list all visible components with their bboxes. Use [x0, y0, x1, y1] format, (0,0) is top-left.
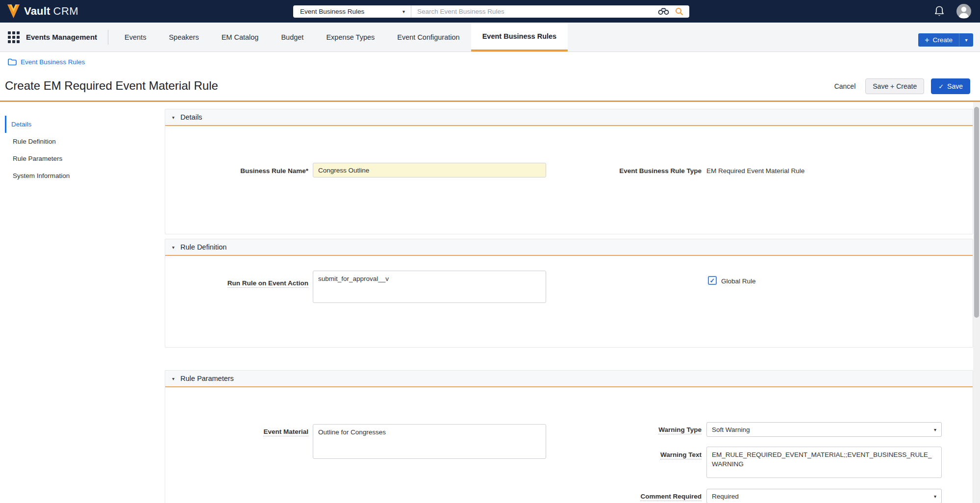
- section-rule-definition-header[interactable]: ▾ Rule Definition: [165, 239, 973, 256]
- scrollbar-thumb[interactable]: [974, 107, 979, 318]
- business-rule-name-input[interactable]: [313, 163, 546, 177]
- chevron-down-icon: ▾: [402, 9, 405, 14]
- brand-logo: Vault CRM: [7, 4, 78, 19]
- breadcrumb-link[interactable]: Event Business Rules: [21, 58, 85, 66]
- divider: [108, 30, 108, 45]
- create-button[interactable]: + Create: [918, 33, 959, 47]
- sidebar-item-system-information[interactable]: System Information: [5, 167, 147, 184]
- comment-required-value: Required: [712, 493, 739, 500]
- section-rule-parameters: ▾ Rule Parameters Event Material Outline…: [165, 370, 973, 503]
- business-rule-name-label: Business Rule Name*: [165, 167, 308, 175]
- search-icon[interactable]: [675, 7, 683, 16]
- run-rule-textarea[interactable]: submit_for_approval__v: [313, 271, 546, 303]
- brand-crm: CRM: [53, 5, 79, 18]
- check-icon: ✓: [710, 277, 715, 284]
- plus-icon: +: [925, 36, 929, 45]
- create-split-button: + Create ▾: [918, 33, 973, 47]
- search-scope-label: Event Business Rules: [300, 8, 364, 15]
- warning-text-textarea[interactable]: EM_RULE_REQUIRED_EVENT_MATERIAL;;EVENT_B…: [706, 447, 942, 478]
- sidebar-item-details[interactable]: Details: [5, 116, 147, 133]
- rule-type-label: Event Business Rule Type: [559, 167, 702, 175]
- rule-type-value: EM Required Event Material Rule: [706, 167, 804, 175]
- app-tabbar: Events Management Events Speakers EM Cat…: [0, 23, 980, 52]
- binoculars-icon[interactable]: [658, 8, 669, 15]
- vertical-scrollbar[interactable]: [973, 102, 980, 503]
- tab-budget[interactable]: Budget: [270, 23, 315, 51]
- create-dropdown-button[interactable]: ▾: [959, 33, 973, 47]
- comment-required-select[interactable]: Required ▾: [706, 489, 942, 503]
- main-content: Details Rule Definition Rule Parameters …: [0, 102, 980, 503]
- global-search: Event Business Rules ▾: [293, 5, 689, 18]
- folder-icon: [8, 58, 17, 66]
- chevron-down-icon: ▾: [934, 494, 936, 499]
- form-card: ▾ Details Business Rule Name* Event Busi…: [165, 109, 973, 503]
- tab-event-configuration[interactable]: Event Configuration: [386, 23, 471, 51]
- collapse-caret-icon: ▾: [172, 245, 175, 250]
- page-title: Create EM Required Event Material Rule: [5, 79, 218, 93]
- event-material-textarea[interactable]: Outline for Congresses: [313, 424, 546, 459]
- section-rule-parameters-header[interactable]: ▾ Rule Parameters: [165, 371, 973, 387]
- search-input[interactable]: [411, 8, 658, 15]
- app-name: Events Management: [26, 33, 97, 41]
- section-details-header[interactable]: ▾ Details: [165, 109, 973, 126]
- breadcrumb: Event Business Rules: [0, 52, 980, 72]
- global-rule-label: Global Rule: [721, 277, 756, 285]
- collapse-caret-icon: ▾: [172, 376, 175, 381]
- tab-events[interactable]: Events: [113, 23, 157, 51]
- check-icon: ✓: [938, 83, 944, 90]
- save-button[interactable]: ✓ Save: [931, 78, 970, 94]
- section-title: Rule Definition: [180, 243, 226, 251]
- brand-vault: Vault: [24, 5, 50, 18]
- notifications-bell-icon[interactable]: [934, 5, 945, 17]
- comment-required-label: Comment Required: [559, 493, 702, 500]
- run-rule-label: Run Rule on Event Action: [165, 279, 308, 287]
- tab-expense-types[interactable]: Expense Types: [315, 23, 386, 51]
- section-title: Details: [180, 113, 202, 121]
- search-scope-dropdown[interactable]: Event Business Rules ▾: [293, 5, 411, 18]
- tab-list: Events Speakers EM Catalog Budget Expens…: [113, 23, 568, 51]
- tab-event-business-rules[interactable]: Event Business Rules: [471, 23, 568, 51]
- section-nav: Details Rule Definition Rule Parameters …: [5, 116, 147, 184]
- user-avatar[interactable]: [956, 4, 971, 19]
- chevron-down-icon: ▾: [934, 427, 936, 432]
- global-rule-checkbox[interactable]: ✓: [708, 276, 717, 285]
- cancel-button[interactable]: Cancel: [831, 79, 859, 94]
- save-button-label: Save: [947, 82, 963, 90]
- section-details: ▾ Details Business Rule Name* Event Busi…: [165, 109, 973, 234]
- section-title: Rule Parameters: [180, 375, 234, 382]
- title-bar: Create EM Required Event Material Rule C…: [0, 72, 980, 102]
- top-header: Vault CRM Event Business Rules ▾: [0, 0, 980, 23]
- warning-text-label: Warning Text: [559, 451, 702, 458]
- create-button-label: Create: [932, 36, 953, 44]
- tab-em-catalog[interactable]: EM Catalog: [210, 23, 270, 51]
- chevron-down-icon: ▾: [965, 37, 967, 43]
- sidebar-item-rule-definition[interactable]: Rule Definition: [5, 133, 147, 150]
- event-material-label: Event Material: [165, 428, 308, 435]
- warning-type-select[interactable]: Soft Warning ▾: [706, 422, 942, 437]
- collapse-caret-icon: ▾: [172, 115, 175, 120]
- warning-type-label: Warning Type: [559, 426, 702, 433]
- section-rule-definition: ▾ Rule Definition Run Rule on Event Acti…: [165, 239, 973, 348]
- sidebar-item-rule-parameters[interactable]: Rule Parameters: [5, 150, 147, 167]
- app-launcher-icon[interactable]: [8, 31, 20, 43]
- warning-type-value: Soft Warning: [712, 426, 750, 433]
- save-create-button[interactable]: Save + Create: [865, 78, 924, 94]
- veeva-v-icon: [7, 4, 20, 19]
- tab-speakers[interactable]: Speakers: [157, 23, 210, 51]
